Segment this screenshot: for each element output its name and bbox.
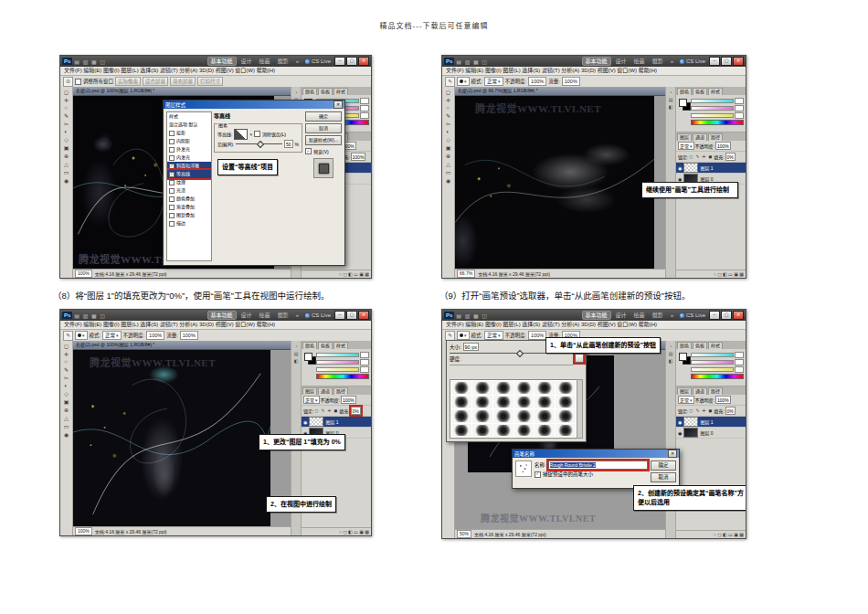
tool-icons[interactable]: ◻✛○✎✂◐◇▣⊕△▭◉ <box>63 89 69 185</box>
zoom-level[interactable]: 100% <box>75 270 92 278</box>
list-item-bevel-emboss[interactable]: ✓斜面和浮雕 <box>167 162 211 170</box>
tool-icons[interactable]: ◻✛○✎✂◐◇▣⊕△▭◉ <box>63 343 69 439</box>
contour-thumbnail[interactable] <box>234 129 248 140</box>
brush-preset-preview[interactable]: ▾ <box>457 77 470 86</box>
red-value[interactable] <box>360 98 369 104</box>
blue-slider[interactable] <box>691 113 734 118</box>
green-slider[interactable] <box>691 360 734 365</box>
brush-thumbnail[interactable] <box>514 396 535 409</box>
brush-thumbnail[interactable] <box>514 381 535 395</box>
color-spectrum[interactable] <box>691 374 744 379</box>
toolbox[interactable]: ◻✛○✎✂◐◇▣⊕△▭◉ <box>60 87 73 278</box>
minimize-button[interactable]: – <box>334 57 345 66</box>
workspace-button-basic[interactable]: 基本功能 <box>582 311 611 320</box>
red-value[interactable] <box>360 352 369 358</box>
canvas[interactable]: 腾龙视觉WWW.TLVI.NET <box>455 96 665 269</box>
flow-field[interactable]: 100% <box>180 331 198 340</box>
green-value[interactable] <box>735 105 744 111</box>
maximize-button[interactable]: ▢ <box>721 57 732 66</box>
opacity-field[interactable]: 100% <box>528 77 546 86</box>
color-spectrum[interactable] <box>691 120 744 125</box>
close-button[interactable]: ✕ <box>733 57 744 66</box>
visibility-eye-icon[interactable]: ◉ <box>678 419 682 425</box>
green-value[interactable] <box>360 359 369 365</box>
green-value[interactable] <box>360 105 369 111</box>
blend-mode-select[interactable]: 正常▾ <box>678 142 694 150</box>
fill-value[interactable]: 0% <box>351 407 361 415</box>
maximize-button[interactable]: ▢ <box>346 311 357 320</box>
layer-thumbnail[interactable] <box>309 417 323 427</box>
tab-channels[interactable]: 通道 <box>693 387 707 395</box>
tab-styles[interactable]: 样式 <box>333 88 348 95</box>
layer-row-1[interactable]: ◉ 图层 1 <box>302 417 371 428</box>
opacity-field[interactable]: 100% <box>146 331 164 340</box>
tab-styles[interactable]: 样式 <box>333 342 348 349</box>
tab-swatches[interactable]: 色板 <box>318 342 333 349</box>
workspace-button-paint[interactable]: 绘画 <box>631 58 648 65</box>
fill-value[interactable]: 0% <box>725 407 736 415</box>
close-button[interactable]: ✕ <box>733 311 744 320</box>
preview-checkbox[interactable]: ✓ <box>305 148 312 154</box>
tab-paths[interactable]: 路径 <box>333 387 348 395</box>
brush-preset-preview[interactable]: ▾ <box>75 331 88 340</box>
list-item-outer-glow[interactable]: 外发光 <box>167 145 211 154</box>
list-item-inner-glow[interactable]: 内发光 <box>167 154 211 162</box>
fill-value[interactable]: 100% <box>351 153 366 161</box>
print-size-button[interactable]: 打印尺寸 <box>197 77 223 86</box>
cs-live-button[interactable]: CS Live <box>305 58 331 64</box>
workspace-button-design[interactable]: 设计 <box>613 312 630 319</box>
hardness-slider[interactable] <box>450 365 573 365</box>
document-tab[interactable]: 名媛(2).psd @ 100%(图层 1,RGB/8#) * <box>73 87 291 96</box>
tab-channels[interactable]: 通道 <box>318 387 333 395</box>
brush-thumbnail[interactable] <box>535 409 555 423</box>
panel-footer-icons[interactable]: ○ ◻ ◧ ▭ ▣ ▦ <box>302 270 371 278</box>
workspace-button-design[interactable]: 设计 <box>613 58 630 65</box>
tab-styles[interactable]: 样式 <box>708 342 723 349</box>
list-item-satin[interactable]: 光泽 <box>167 186 211 195</box>
brush-thumbnail[interactable] <box>493 409 513 423</box>
tab-paths[interactable]: 路径 <box>708 387 723 395</box>
app-bar-icons[interactable]: ▤ ▥ ▦ ◫ <box>456 58 488 65</box>
lock-icons[interactable]: ◻ ✎ ✛ ◼ <box>689 408 713 413</box>
panel-footer-icons[interactable]: ○ ◻ ◧ ▭ ▣ ▦ <box>676 270 746 278</box>
ok-button[interactable]: 确定 <box>305 111 342 122</box>
brush-thumbnail[interactable] <box>472 396 492 409</box>
brush-tool-icon[interactable]: ✎ <box>63 331 73 341</box>
app-bar-icons[interactable]: ▤ ▥ ▦ ◫ <box>456 312 488 319</box>
brush-tool-icon[interactable]: ✎ <box>445 331 455 341</box>
dialog-close-icon[interactable]: ✕ <box>668 450 677 458</box>
workspace-button-photo[interactable]: 摄影 <box>275 312 291 319</box>
create-new-preset-button[interactable] <box>575 354 584 363</box>
workspace-button-basic[interactable]: 基本功能 <box>207 57 237 66</box>
color-spectrum[interactable] <box>316 374 369 379</box>
layer-row-1[interactable]: ◉ 图层 1 <box>676 417 746 428</box>
workspace-more-chevron[interactable]: » <box>668 312 676 319</box>
layer-thumbnail[interactable] <box>683 417 698 427</box>
opacity-value[interactable]: 100% <box>715 396 731 404</box>
blue-slider[interactable] <box>316 367 359 372</box>
workspace-button-paint[interactable]: 绘画 <box>257 58 273 65</box>
red-slider[interactable] <box>691 353 734 357</box>
brush-size-value[interactable]: 90 px <box>463 343 479 351</box>
visibility-eye-icon[interactable]: ◉ <box>678 176 682 182</box>
ok-button[interactable]: 确定 <box>651 460 676 471</box>
brush-thumbnail[interactable] <box>451 424 471 438</box>
tab-color[interactable]: 颜色 <box>302 342 317 349</box>
brush-name-input[interactable]: Rough Round Bristle 2 <box>548 460 648 470</box>
list-item-contour[interactable]: ✓等高线 <box>167 170 211 178</box>
brush-thumbnail[interactable] <box>535 396 555 409</box>
range-value[interactable]: 50 <box>284 140 293 148</box>
tab-layers[interactable]: 图层 <box>302 387 317 395</box>
green-value[interactable] <box>735 359 744 365</box>
brush-thumbnail[interactable] <box>493 396 513 409</box>
zoom-level[interactable]: 66.7% <box>457 270 475 278</box>
opacity-value[interactable]: 100% <box>341 396 356 404</box>
foreground-color-chip[interactable] <box>679 353 687 361</box>
blue-value[interactable] <box>735 112 744 119</box>
red-slider[interactable] <box>316 353 359 357</box>
tab-layers[interactable]: 图层 <box>677 133 692 141</box>
workspace-more-chevron[interactable]: » <box>293 58 302 65</box>
panel-footer-icons[interactable]: ○ ◻ ◧ ▭ ▣ ▦ <box>676 530 746 538</box>
red-value[interactable] <box>735 352 744 358</box>
workspace-button-design[interactable]: 设计 <box>238 312 255 319</box>
